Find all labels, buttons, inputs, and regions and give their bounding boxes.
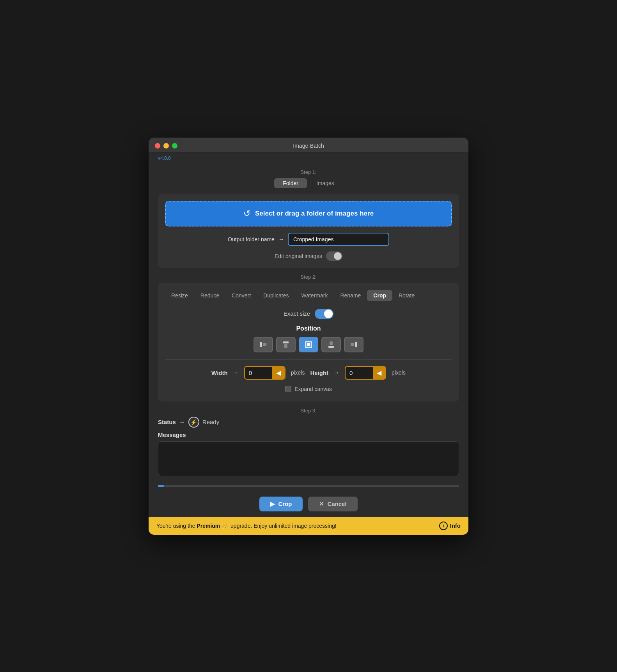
step3-section: Status → ⚡ Ready Messages [158,417,459,481]
output-folder-input[interactable] [288,233,389,246]
cancel-button[interactable]: ✕ Cancel [308,497,357,511]
position-bottom-btn[interactable] [321,337,341,352]
tab-watermark[interactable]: Watermark [295,290,334,301]
footer-text: You're using the Premium 👑 upgrade. Enjo… [156,522,337,529]
svg-rect-3 [284,344,287,348]
crown-icon: 👑 [222,522,229,529]
progress-bar-fill [158,485,164,487]
position-center-btn[interactable] [299,337,318,352]
svg-rect-1 [263,343,266,346]
position-right-icon [349,340,358,349]
tab-duplicates[interactable]: Duplicates [257,290,295,301]
step1-label: Step 1: [158,169,459,175]
crop-button-label: Crop [278,500,292,507]
width-arrow: → [233,370,239,376]
footer-prefix: You're using the [156,523,197,529]
svg-rect-5 [307,343,310,346]
traffic-lights [155,143,177,149]
tab-images[interactable]: Images [308,178,343,188]
info-icon: i [439,522,448,530]
tab-rename[interactable]: Rename [334,290,367,301]
toggle-knob [334,252,342,260]
tab-convert[interactable]: Convert [225,290,257,301]
width-input-wrap: ◀ [244,366,285,380]
expand-canvas-row: Expand canvas [165,386,452,392]
height-input[interactable] [346,367,373,378]
tab-folder[interactable]: Folder [274,178,307,188]
height-pixels-label: pixels [392,370,406,376]
footer: You're using the Premium 👑 upgrade. Enjo… [149,517,468,535]
step3-label: Step 3: [158,408,459,414]
height-input-wrap: ◀ [345,366,386,380]
svg-rect-8 [355,342,357,347]
exact-size-toggle[interactable] [315,309,333,319]
step1-section: Step 1: Folder Images ↺ Select or drag a… [149,161,468,481]
edit-original-label: Edit original images [275,253,322,259]
drag-text: Select or drag a folder of images here [255,210,374,218]
drag-icon: ↺ [243,209,250,219]
output-arrow: → [278,236,284,242]
status-text: Ready [202,419,219,425]
messages-textarea[interactable] [158,441,459,476]
svg-rect-9 [351,343,354,346]
cancel-button-label: Cancel [327,500,346,507]
version-label: v4.0.0 [158,156,171,161]
step2-tabs: Resize Reduce Convert Duplicates Waterma… [165,290,452,301]
expand-canvas-label: Expand canvas [294,386,332,392]
step2-label: Step 2: [158,274,459,280]
position-left-btn[interactable] [254,337,273,352]
position-right-btn[interactable] [344,337,363,352]
crop-play-icon: ▶ [270,500,275,508]
status-arrow: → [179,419,185,426]
height-arrow-btn[interactable]: ◀ [373,367,385,379]
position-top-icon [282,340,290,349]
status-row: Status → ⚡ Ready [158,417,459,428]
width-label: Width [211,370,228,376]
height-label: Height [310,370,328,376]
width-pixels-label: pixels [291,370,305,376]
edit-original-toggle[interactable] [326,251,342,261]
exact-size-knob [324,309,333,318]
crop-button[interactable]: ▶ Crop [259,497,303,511]
close-button[interactable] [155,143,160,149]
output-folder-label: Output folder name [228,236,275,242]
drag-drop-area[interactable]: ↺ Select or drag a folder of images here [165,201,452,226]
action-buttons: ▶ Crop ✕ Cancel [149,491,468,517]
step2-panel: Resize Reduce Convert Duplicates Waterma… [158,283,459,401]
status-icon: ⚡ [188,417,199,428]
tab-crop[interactable]: Crop [367,290,392,301]
position-center-icon [304,340,313,349]
crop-panel: Exact size Position [165,306,452,394]
svg-rect-6 [328,346,334,348]
position-title: Position [165,325,452,332]
app-window: Image-Batch v4.0.0 Step 1: Folder Images… [149,138,468,535]
output-folder-row: Output folder name → [165,233,452,246]
width-arrow-btn[interactable]: ◀ [272,367,285,379]
info-button[interactable]: i Info [439,522,461,530]
svg-rect-2 [283,341,289,343]
width-height-row: Width → ◀ pixels Height → ◀ pixels [165,366,452,380]
expand-canvas-checkbox[interactable] [285,386,291,392]
info-label: Info [450,522,461,529]
height-arrow: → [334,370,339,376]
exact-size-label: Exact size [284,310,310,317]
footer-suffix: upgrade. Enjoy unlimited image processin… [229,523,337,529]
step1-panel: ↺ Select or drag a folder of images here… [158,194,459,268]
width-input[interactable] [245,367,272,378]
maximize-button[interactable] [172,143,177,149]
titlebar: Image-Batch [149,138,468,153]
tab-resize[interactable]: Resize [165,290,194,301]
exact-size-row: Exact size [165,309,452,319]
cancel-x-icon: ✕ [319,500,324,508]
progress-section [149,481,468,491]
tab-rotate[interactable]: Rotate [392,290,421,301]
position-bottom-icon [327,340,335,349]
progress-bar-bg [158,485,459,487]
divider [165,359,452,360]
step1-tabs: Folder Images [158,178,459,188]
position-top-btn[interactable] [276,337,296,352]
svg-rect-7 [330,341,333,345]
tab-reduce[interactable]: Reduce [194,290,225,301]
position-buttons [165,337,452,352]
minimize-button[interactable] [163,143,169,149]
